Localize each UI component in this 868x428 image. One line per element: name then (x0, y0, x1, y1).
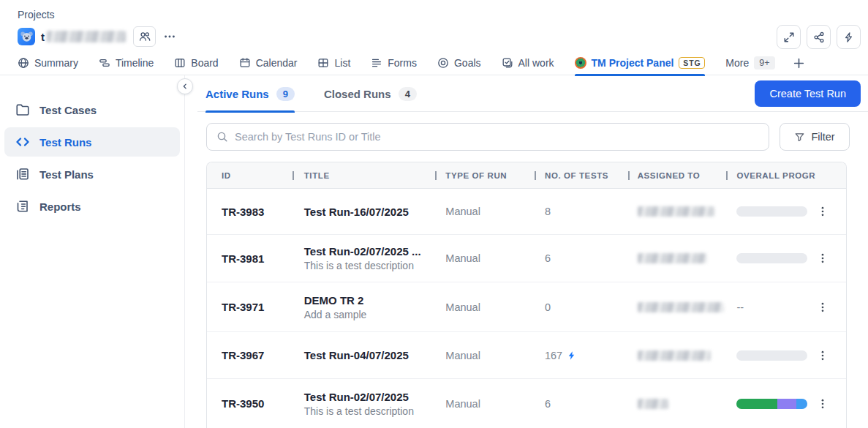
nav-tab-badge: 9+ (754, 56, 774, 70)
run-title[interactable]: DEMO TR 2 (304, 294, 364, 307)
run-title[interactable]: Test Run-04/07/2025 (304, 349, 409, 361)
filter-label: Filter (811, 131, 834, 143)
search-input[interactable] (235, 131, 759, 143)
tests-count: 6 (545, 252, 551, 264)
nav-tab-all-work[interactable]: All work (502, 51, 554, 75)
run-id[interactable]: TR-3971 (222, 301, 264, 313)
sidebar-item-test-runs[interactable]: Test Runs (4, 127, 180, 157)
column-header-type-of-run: TYPE OF RUN (435, 171, 535, 180)
table-body: TR-3983Test Run-16/07/2025Manual8TR-3981… (207, 189, 846, 428)
tab-count-badge: 4 (399, 87, 417, 101)
sidebar-item-test-cases[interactable]: Test Cases (4, 95, 180, 124)
run-id[interactable]: TR-3950 (222, 397, 264, 410)
run-title[interactable]: Test Run-02/07/2025 (304, 391, 409, 403)
sidebar-item-label: Test Runs (39, 136, 91, 149)
assignee-redacted (638, 302, 724, 312)
project-name-initial: t (41, 31, 45, 43)
sidebar-item-label: Test Cases (39, 104, 97, 116)
sidebar-item-test-plans[interactable]: Test Plans (4, 159, 180, 189)
create-test-run-button[interactable]: Create Test Run (755, 80, 861, 107)
run-id[interactable]: TR-3967 (222, 349, 264, 361)
assignee-redacted (638, 206, 714, 217)
board-icon (174, 57, 186, 69)
run-title[interactable]: Test Run-16/07/2025 (304, 206, 409, 218)
test-run-row-tr-3971[interactable]: TR-3971DEMO TR 2Add a sampleManual0-- (207, 282, 846, 332)
run-id[interactable]: TR-3983 (222, 206, 264, 218)
tab-count-badge: 9 (276, 87, 295, 101)
run-type: Manual (445, 301, 480, 313)
column-header-no-of-tests: NO. OF TESTS (535, 171, 628, 180)
project-header: t (18, 26, 176, 47)
assignee-redacted (638, 350, 711, 361)
tab-closed-runs[interactable]: Closed Runs4 (324, 87, 417, 112)
nav-tab-board[interactable]: Board (174, 51, 218, 75)
nav-tab-calendar[interactable]: Calendar (239, 51, 298, 75)
nav-tab-label: TM Project Panel (592, 57, 674, 69)
run-title[interactable]: Test Run-02/07/2025 ... (304, 245, 421, 258)
all-work-icon (502, 57, 513, 69)
test-run-row-tr-3981[interactable]: TR-3981Test Run-02/07/2025 ...This is a … (207, 235, 846, 282)
nav-tab-list[interactable]: List (317, 51, 350, 75)
nav-tab-forms[interactable]: Forms (371, 51, 417, 75)
timeline-icon (99, 57, 110, 69)
nav-tab-goals[interactable]: Goals (437, 51, 481, 75)
breadcrumb[interactable]: Projects (18, 9, 55, 20)
expand-button[interactable] (777, 25, 801, 49)
sidebar-item-label: Test Plans (39, 168, 94, 181)
project-name: t (41, 31, 126, 43)
tm-project-panel-logo-icon (575, 57, 586, 69)
row-actions-kebab-button[interactable] (814, 299, 831, 316)
lightning-icon (843, 31, 855, 43)
goal-icon (437, 57, 449, 69)
progress-empty-label: -- (736, 301, 744, 313)
expand-icon (783, 31, 795, 43)
nav-tab-summary[interactable]: Summary (18, 51, 78, 75)
sidebar: Test CasesTest RunsTest PlansReports (0, 75, 185, 428)
forms-icon (371, 57, 382, 69)
share-button[interactable] (807, 25, 831, 49)
table-header-row: IDTITLETYPE OF RUNNO. OF TESTSASSIGNED T… (207, 162, 846, 189)
progress-segment (796, 399, 807, 409)
tests-count: 8 (545, 206, 551, 217)
nav-tab-timeline[interactable]: Timeline (99, 51, 154, 75)
test-run-row-tr-3967[interactable]: TR-3967Test Run-04/07/2025Manual167 (207, 332, 846, 379)
nav-tab-badge: STG (679, 57, 705, 69)
search-icon (216, 131, 228, 143)
column-header-title: TITLE (293, 171, 436, 180)
project-name-redacted (47, 31, 126, 42)
column-header-assigned-to: ASSIGNED TO (628, 171, 727, 180)
project-more-button[interactable] (163, 30, 176, 43)
filter-button[interactable]: Filter (780, 123, 850, 151)
row-actions-kebab-button[interactable] (814, 347, 831, 364)
tab-active-runs[interactable]: Active Runs9 (205, 87, 295, 112)
nav-tab-tm-project-panel[interactable]: TM Project PanelSTG (575, 51, 706, 75)
tests-count: 167 (545, 350, 562, 361)
automation-button[interactable] (837, 25, 861, 49)
code-icon (15, 135, 30, 149)
add-tab-button[interactable] (793, 57, 805, 70)
row-actions-kebab-button[interactable] (814, 395, 831, 413)
calendar-icon (239, 57, 251, 69)
run-id[interactable]: TR-3981 (222, 252, 264, 265)
nav-tab-label: All work (518, 57, 554, 69)
run-subtitle: Add a sample (304, 309, 367, 320)
project-members-button[interactable] (133, 26, 156, 47)
plans-icon (15, 167, 30, 181)
project-nav-tabs: SummaryTimelineBoardCalendarListFormsGoa… (0, 51, 868, 75)
search-box[interactable] (206, 123, 769, 151)
run-type: Manual (445, 206, 480, 217)
sidebar-collapse-button[interactable] (177, 78, 193, 94)
nav-tab-label: Calendar (256, 57, 298, 69)
sidebar-item-label: Reports (39, 200, 81, 213)
sidebar-item-reports[interactable]: Reports (4, 192, 180, 221)
reports-icon (15, 199, 30, 214)
run-subtitle: This is a test description (304, 405, 414, 417)
row-actions-kebab-button[interactable] (814, 249, 831, 267)
run-type: Manual (445, 398, 480, 410)
test-run-row-tr-3950[interactable]: TR-3950Test Run-02/07/2025This is a test… (207, 379, 846, 428)
tests-count: 0 (545, 301, 551, 313)
test-run-row-tr-3983[interactable]: TR-3983Test Run-16/07/2025Manual8 (207, 189, 846, 235)
nav-tab-more[interactable]: More9+ (725, 51, 774, 75)
run-subtitle: This is a test description (304, 260, 414, 271)
row-actions-kebab-button[interactable] (814, 203, 831, 220)
